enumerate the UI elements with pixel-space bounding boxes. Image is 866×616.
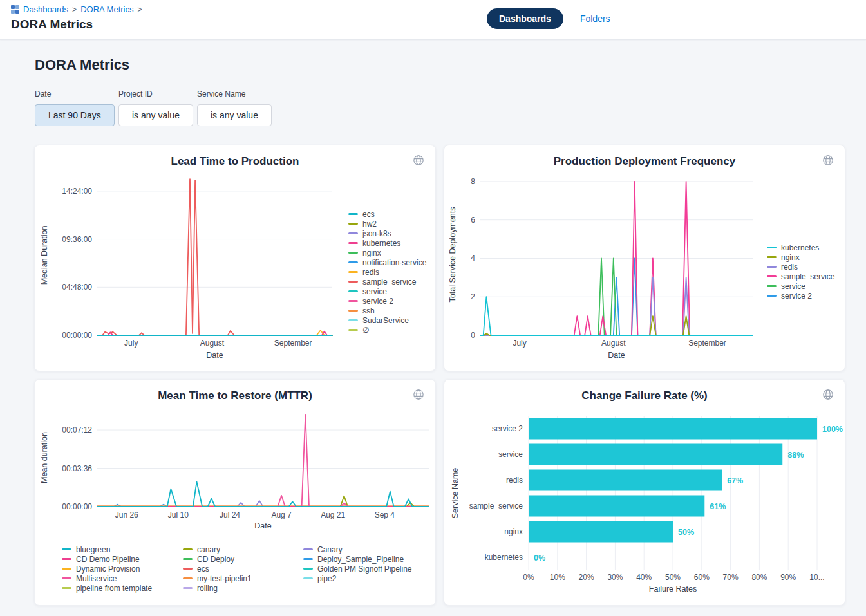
legend-item[interactable]: service xyxy=(767,281,834,291)
legend-item[interactable]: Dynamic Provision xyxy=(62,564,152,574)
legend-item[interactable]: service xyxy=(348,286,426,296)
legend-swatch xyxy=(767,295,777,297)
legend-item[interactable]: kubernetes xyxy=(767,243,834,252)
svg-text:70%: 70% xyxy=(723,573,739,582)
page-title: DORA Metrics xyxy=(35,57,129,73)
legend-label: kubernetes xyxy=(362,239,400,248)
breadcrumb-link-dora-metrics[interactable]: DORA Metrics xyxy=(80,5,133,14)
legend-item[interactable]: json-k8s xyxy=(348,229,426,238)
legend-item[interactable]: notification-service xyxy=(348,257,426,267)
legend-item[interactable]: Golden PM Signoff Pipeline xyxy=(303,564,412,574)
legend-item[interactable]: CD Deploy xyxy=(183,554,252,564)
svg-text:Failure Rates: Failure Rates xyxy=(649,584,697,593)
legend-item[interactable]: pipeline from template xyxy=(62,583,152,593)
svg-text:nginx: nginx xyxy=(504,527,523,536)
legend-swatch xyxy=(348,261,358,263)
legend-item[interactable]: ssh xyxy=(348,306,426,315)
svg-text:July: July xyxy=(124,339,138,348)
svg-text:redis: redis xyxy=(506,476,523,485)
legend-swatch xyxy=(183,558,193,560)
legend-item[interactable]: rolling xyxy=(183,583,252,593)
svg-text:04:48:00: 04:48:00 xyxy=(62,283,92,292)
legend-item[interactable]: service 2 xyxy=(348,296,426,306)
svg-text:Date: Date xyxy=(254,521,271,530)
globe-icon[interactable] xyxy=(412,154,425,167)
legend-swatch xyxy=(348,300,358,302)
legend-item[interactable]: hw2 xyxy=(348,219,426,229)
tab-dashboards[interactable]: Dashboards xyxy=(487,8,563,29)
legend-item[interactable]: sample_service xyxy=(348,277,426,286)
legend-label: nginx xyxy=(362,248,381,257)
svg-text:July: July xyxy=(513,339,526,348)
globe-icon[interactable] xyxy=(822,388,834,401)
dashboards-grid-icon xyxy=(11,5,19,14)
legend-item[interactable]: CD Demo Pipeline xyxy=(62,554,152,564)
svg-text:2: 2 xyxy=(471,292,475,301)
legend-item[interactable]: Canary xyxy=(303,545,412,554)
legend-item[interactable]: Multiservice xyxy=(62,574,152,583)
svg-text:kubernetes: kubernetes xyxy=(485,553,523,562)
svg-text:14:24:00: 14:24:00 xyxy=(62,187,92,196)
legend-swatch xyxy=(303,568,313,570)
svg-text:Jul 24: Jul 24 xyxy=(220,510,240,519)
legend-item[interactable]: my-test-pipelin1 xyxy=(183,574,252,583)
svg-text:20%: 20% xyxy=(579,573,594,582)
filter-service-name: Service Name is any value xyxy=(197,89,272,126)
legend-label: my-test-pipelin1 xyxy=(197,574,252,583)
legend-item[interactable]: bluegreen xyxy=(62,545,152,554)
legend-label: ecs xyxy=(197,565,209,574)
top-bar: Dashboards > DORA Metrics > DORA Metrics… xyxy=(0,0,866,40)
legend-item[interactable]: ∅ xyxy=(348,325,426,335)
svg-text:50%: 50% xyxy=(665,573,681,582)
svg-text:30%: 30% xyxy=(607,573,623,582)
svg-text:10%: 10% xyxy=(550,573,565,582)
change-failure-rate-chart[interactable]: 0%10%20%30%40%50%60%70%80%90%10...servic… xyxy=(444,380,846,606)
svg-text:0%: 0% xyxy=(523,573,534,582)
legend-item[interactable]: Deploy_Sample_Pipeline xyxy=(303,554,412,564)
legend-swatch xyxy=(348,252,358,254)
legend-swatch xyxy=(348,290,358,292)
legend-item[interactable]: nginx xyxy=(348,248,426,257)
card-deployment-frequency: 02468JulyAugustSeptemberDateTotal Servic… xyxy=(444,145,845,371)
filter-service-name-button[interactable]: is any value xyxy=(197,104,272,126)
svg-text:Aug 7: Aug 7 xyxy=(271,510,292,519)
card-mttr: 00:00:0000:03:3600:07:12Jun 26Jul 10Jul … xyxy=(34,379,436,606)
filter-project-id-button[interactable]: is any value xyxy=(118,104,193,126)
legend-item[interactable]: pipe2 xyxy=(303,574,412,583)
legend-swatch xyxy=(183,548,193,550)
legend-item[interactable]: kubernetes xyxy=(348,238,426,248)
legend-label: Multiservice xyxy=(76,574,117,583)
legend-item[interactable]: ecs xyxy=(183,564,252,574)
legend-item[interactable]: redis xyxy=(767,262,834,272)
legend-label: ecs xyxy=(362,210,375,219)
filter-project-id: Project ID is any value xyxy=(118,89,193,126)
legend-label: redis xyxy=(781,263,798,272)
legend-swatch xyxy=(348,213,358,215)
card-lead-time: 00:00:0004:48:0009:36:0014:24:00JulyAugu… xyxy=(34,145,436,371)
lead-time-legend: ecshw2json-k8skubernetesnginxnotificatio… xyxy=(348,209,426,335)
globe-icon[interactable] xyxy=(412,388,425,401)
legend-swatch xyxy=(348,281,358,283)
legend-swatch xyxy=(303,558,313,560)
breadcrumb-separator: > xyxy=(137,5,142,14)
globe-icon[interactable] xyxy=(822,154,834,167)
legend-label: Golden PM Signoff Pipeline xyxy=(317,565,412,574)
legend-swatch xyxy=(348,329,358,331)
svg-text:09:36:00: 09:36:00 xyxy=(62,235,92,244)
legend-swatch xyxy=(348,310,358,312)
legend-item[interactable]: service 2 xyxy=(767,291,834,301)
legend-item[interactable]: canary xyxy=(183,545,252,554)
svg-text:88%: 88% xyxy=(787,451,804,460)
legend-label: CD Demo Pipeline xyxy=(76,555,140,564)
legend-label: ssh xyxy=(362,306,375,315)
legend-label: hw2 xyxy=(362,219,377,229)
legend-item[interactable]: nginx xyxy=(767,252,834,262)
legend-item[interactable]: redis xyxy=(348,267,426,277)
legend-label: pipeline from template xyxy=(76,584,152,593)
breadcrumb-link-dashboards[interactable]: Dashboards xyxy=(23,5,68,14)
tab-folders[interactable]: Folders xyxy=(580,14,610,24)
legend-item[interactable]: SudarService xyxy=(348,315,426,325)
legend-item[interactable]: sample_service xyxy=(767,272,834,281)
legend-item[interactable]: ecs xyxy=(348,209,426,219)
filter-date-button[interactable]: Last 90 Days xyxy=(35,104,115,126)
